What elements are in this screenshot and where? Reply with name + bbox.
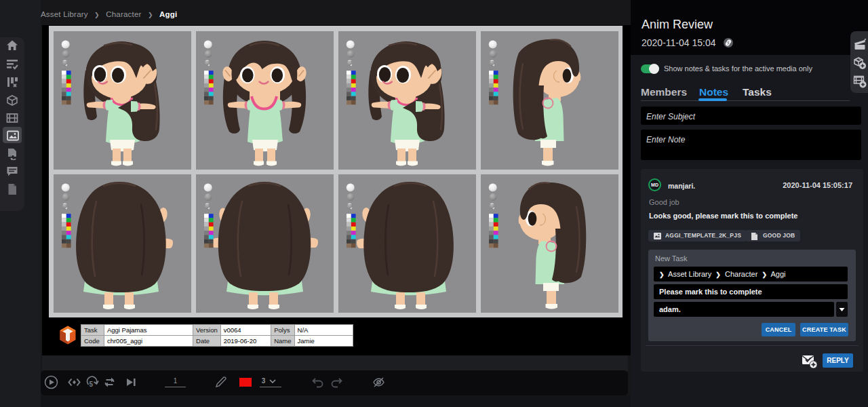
- svg-text:5: 5: [90, 381, 94, 388]
